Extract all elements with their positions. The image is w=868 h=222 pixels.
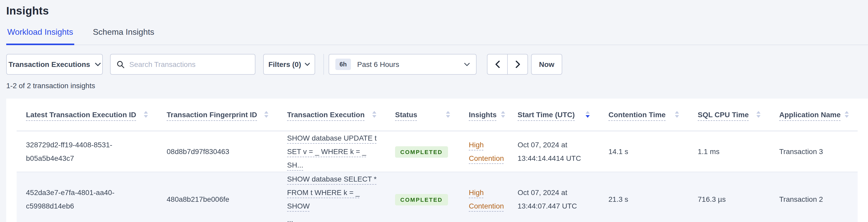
next-interval-button[interactable] [507,54,528,75]
time-interval-pager [487,54,528,75]
chevron-left-icon [495,61,500,68]
transaction-execution-link[interactable]: ... [287,213,293,222]
toolbar-divider [323,54,324,75]
search-box [110,54,255,75]
page-title: Insights [0,0,868,17]
high-contention-link[interactable]: High Contention [469,140,504,162]
sql-cpu-time-cell: 1.1 ms [688,131,770,172]
filters-button[interactable]: Filters (0) [263,54,315,75]
insight-type-dropdown[interactable]: Transaction Executions [6,54,103,75]
contention-time-cell: 14.1 s [599,131,688,172]
fingerprint-id-cell: 480a8b217be006fe [157,172,278,222]
tab-schema-insights[interactable]: Schema Insights [92,28,155,45]
transaction-execution-link[interactable]: SHOW database SELECT * [287,172,377,185]
start-time-cell: Oct 07, 2024 at 13:44:14.4414 UTC [508,131,599,172]
transaction-insights-table: Latest Transaction Execution ID Transact… [17,99,858,222]
start-time-cell: Oct 07, 2024 at 13:44:07.447 UTC [508,172,599,222]
table-row: 452da3e7-e7fa-4801-aa40-c59988d14eb6 480… [17,172,858,222]
sort-icon [497,111,505,118]
transaction-execution-link[interactable]: SHOW database UPDATE t [287,131,377,145]
column-header-transaction-execution[interactable]: Transaction Execution [287,108,381,121]
insights-cell: High Contention [459,131,508,172]
sort-icon [671,111,679,118]
status-badge: COMPLETED [395,146,448,157]
time-range-dropdown[interactable]: 6h Past 6 Hours [329,54,476,75]
column-header-application-name[interactable]: Application Name [779,108,854,121]
insights-table-card: Latest Transaction Execution ID Transact… [6,99,868,222]
chevron-down-icon [305,63,310,66]
chevron-right-icon [515,61,520,68]
table-row: 328729d2-ff19-4408-8531-b05a5b4e43c7 08d… [17,131,858,172]
toolbar: Transaction Executions Filters (0) 6h Pa… [6,54,868,75]
status-badge: COMPLETED [395,194,448,205]
fingerprint-id-cell: 08d8b7d97f830463 [157,131,278,172]
sort-icon [752,111,761,118]
column-header-insights[interactable]: Insights [469,108,504,121]
column-header-latest-transaction-execution-id[interactable]: Latest Transaction Execution ID [26,108,153,121]
now-button[interactable]: Now [531,54,562,75]
search-icon [117,60,125,68]
column-header-status[interactable]: Status [395,108,455,121]
chevron-down-icon [95,63,100,66]
contention-time-cell: 21.3 s [599,172,688,222]
sort-icon [368,111,376,118]
tab-workload-insights[interactable]: Workload Insights [6,28,74,45]
transaction-execution-cell: SHOW database SELECT * FROM t WHERE k = … [278,172,386,222]
previous-interval-button[interactable] [487,54,508,75]
transaction-execution-cell: SHOW database UPDATE t SET v = _ WHERE k… [278,131,386,172]
results-count: 1-2 of 2 transaction insights [6,82,868,90]
chevron-down-icon [464,63,470,66]
sort-icon [260,111,269,118]
application-name-cell: Transaction 3 [770,131,858,172]
application-name-cell: Transaction 2 [770,172,858,222]
filters-button-label: Filters (0) [269,60,301,68]
insights-page: Insights Workload Insights Schema Insigh… [0,0,868,222]
status-cell: COMPLETED [386,131,459,172]
sql-cpu-time-cell: 716.3 µs [688,172,770,222]
sort-icon [841,111,849,118]
status-cell: COMPLETED [386,172,459,222]
column-header-sql-cpu-time[interactable]: SQL CPU Time [698,108,766,121]
sort-icon [140,111,148,118]
insight-type-dropdown-label: Transaction Executions [8,60,90,68]
latest-execution-id-cell: 452da3e7-e7fa-4801-aa40-c59988d14eb6 [17,172,157,222]
table-header-row: Latest Transaction Execution ID Transact… [17,99,858,131]
time-range-label: Past 6 Hours [357,60,399,68]
transaction-execution-link[interactable]: SET v = _ WHERE k = _ SH... [287,145,381,171]
search-input[interactable] [129,60,249,68]
sort-desc-icon [582,111,590,118]
time-range-badge: 6h [335,59,351,70]
column-header-contention-time[interactable]: Contention Time [609,108,684,121]
tab-bar: Workload Insights Schema Insights [6,28,868,45]
insights-cell: High Contention [459,172,508,222]
transaction-execution-link[interactable]: FROM t WHERE k = _ SHOW [287,185,381,213]
sort-icon [442,111,450,118]
column-header-transaction-fingerprint-id[interactable]: Transaction Fingerprint ID [167,108,274,121]
column-header-start-time[interactable]: Start Time (UTC) [518,108,595,121]
high-contention-link[interactable]: High Contention [469,188,504,210]
latest-execution-id-cell: 328729d2-ff19-4408-8531-b05a5b4e43c7 [17,131,157,172]
